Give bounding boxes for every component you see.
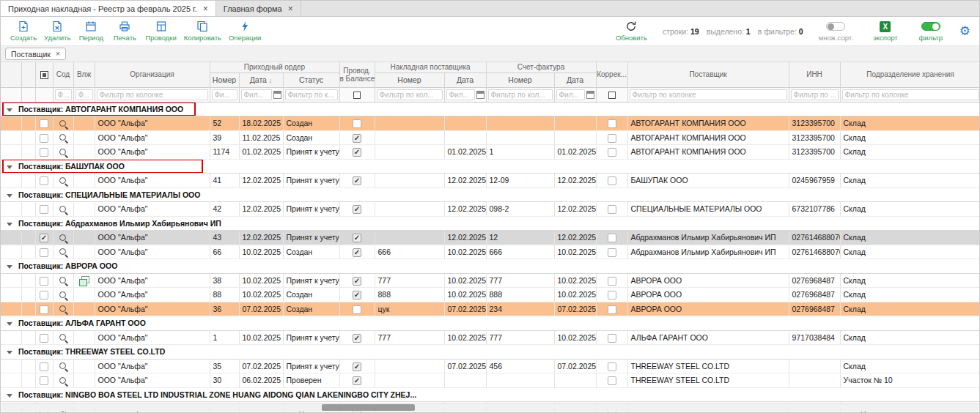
row-checkbox[interactable] <box>40 234 48 242</box>
postings-button[interactable]: Проводки <box>141 18 180 45</box>
header-invoice-date[interactable]: Дата <box>444 72 486 87</box>
export-button[interactable]: X экспорт <box>869 18 902 45</box>
invoice-row[interactable]: ООО "Альфа"3507.02.2025Принят к учету07.… <box>1 359 980 373</box>
balance-cell[interactable] <box>339 359 375 373</box>
print-button[interactable]: Печать <box>108 18 141 45</box>
delete-button[interactable]: Удалить <box>40 18 74 45</box>
balance-checkbox[interactable] <box>353 234 361 242</box>
row-select-cell[interactable] <box>35 359 53 373</box>
balance-checkbox[interactable] <box>353 305 361 314</box>
header-subdivision[interactable]: Подразделение хранения <box>840 62 980 87</box>
header-vlzh[interactable]: Влж <box>73 62 95 87</box>
correction-checkbox[interactable] <box>608 119 616 128</box>
search-icon[interactable] <box>59 291 68 300</box>
correction-filter-checkbox[interactable] <box>608 92 616 99</box>
balance-filter-checkbox[interactable] <box>353 92 361 99</box>
supplier-filter-chip[interactable]: Поставщик × <box>5 48 66 60</box>
correction-cell[interactable] <box>596 116 627 131</box>
row-select-cell[interactable] <box>35 330 53 345</box>
balance-cell[interactable] <box>339 288 375 302</box>
balance-cell[interactable] <box>339 245 375 259</box>
row-open-cell[interactable] <box>53 273 73 288</box>
group-cell[interactable]: Поставщик: АВРОРА ООО <box>1 259 980 274</box>
order-num-filter-input[interactable] <box>212 89 237 100</box>
supplier-group-row[interactable]: Поставщик: СПЕЦИАЛЬНЫЕ МАТЕРИАЛЫ ООО <box>1 187 980 202</box>
supplier-group-row[interactable]: Поставщик: БАШУПАК ООО <box>1 159 980 174</box>
correction-cell[interactable] <box>596 373 627 388</box>
header-facture-date[interactable]: Дата <box>554 72 596 87</box>
calendar-icon[interactable] <box>273 91 281 99</box>
group-cell[interactable]: Поставщик: THREEWAY STEEL CO.LTD <box>1 345 980 360</box>
operations-button[interactable]: Операции <box>225 18 265 45</box>
scrollbar-thumb[interactable] <box>322 404 415 411</box>
collapse-arrow-icon[interactable] <box>7 394 12 398</box>
header-balance[interactable]: Провод. в Балансе <box>339 62 375 87</box>
inn-filter-input[interactable] <box>791 89 839 100</box>
row-select-cell[interactable] <box>35 231 53 245</box>
header-order-num[interactable]: Номер <box>210 72 239 87</box>
collapse-arrow-icon[interactable] <box>7 223 12 226</box>
balance-checkbox[interactable] <box>353 334 361 343</box>
balance-checkbox[interactable] <box>353 362 361 371</box>
header-supplier[interactable]: Поставщик <box>627 62 789 87</box>
row-checkbox[interactable] <box>40 277 48 286</box>
search-icon[interactable] <box>59 305 68 314</box>
balance-cell[interactable] <box>339 273 375 288</box>
header-invoice-num[interactable]: Номер <box>375 72 444 87</box>
group-cell[interactable]: Поставщик: АЛЬФА ГАРАНТ ООО <box>1 316 980 331</box>
multisort-toggle-button[interactable]: множ.сорт. <box>815 18 857 45</box>
correction-cell[interactable] <box>596 302 627 316</box>
invoice-row[interactable]: ООО "Альфа"110.02.2025Принят к учету7771… <box>1 330 980 345</box>
search-icon[interactable] <box>59 376 68 386</box>
invoice-row[interactable]: ООО "Альфа"8810.02.2025Создан88810.02.20… <box>1 288 980 302</box>
row-open-cell[interactable] <box>53 202 73 217</box>
correction-cell[interactable] <box>596 130 627 145</box>
attachment-icon[interactable] <box>79 276 89 286</box>
search-icon[interactable] <box>59 148 68 157</box>
supplier-group-row[interactable]: Поставщик: АВРОРА ООО <box>1 259 980 274</box>
balance-checkbox[interactable] <box>353 176 361 185</box>
correction-checkbox[interactable] <box>608 334 616 343</box>
supplier-group-row[interactable]: Поставщик: THREEWAY STEEL CO.LTD <box>1 345 980 360</box>
search-icon[interactable] <box>59 362 68 371</box>
collapse-arrow-icon[interactable] <box>7 322 12 326</box>
supplier-group-row[interactable]: Поставщик: АВТОГАРАНТ КОМПАНИЯ ООО <box>1 102 980 116</box>
supplier-group-row[interactable]: Поставщик: АЛЬФА ГАРАНТ ООО <box>1 316 980 331</box>
sod-filter-input[interactable] <box>55 89 72 100</box>
multisort-toggle[interactable] <box>826 22 845 31</box>
search-icon[interactable] <box>59 234 68 243</box>
row-checkbox[interactable] <box>40 176 48 185</box>
row-select-cell[interactable] <box>35 202 53 217</box>
row-select-cell[interactable] <box>35 288 53 302</box>
correction-checkbox[interactable] <box>608 205 616 214</box>
row-open-cell[interactable] <box>53 302 73 316</box>
supplier-group-row[interactable]: Поставщик: NINGBO BOA STEEL LTD INDUSTRI… <box>1 387 980 402</box>
row-checkbox[interactable] <box>40 376 48 385</box>
balance-checkbox[interactable] <box>353 277 361 286</box>
correction-checkbox[interactable] <box>608 134 616 143</box>
row-select-cell[interactable] <box>35 373 53 388</box>
refresh-button[interactable]: Обновить <box>612 18 651 45</box>
correction-checkbox[interactable] <box>608 305 616 314</box>
balance-cell[interactable] <box>339 130 375 145</box>
chip-close-icon[interactable]: × <box>56 50 60 58</box>
collapse-arrow-icon[interactable] <box>7 108 12 112</box>
tab-close-icon[interactable]: × <box>288 4 293 13</box>
balance-cell[interactable] <box>339 116 375 131</box>
facture-date-filter-input[interactable] <box>556 89 585 100</box>
invoice-num-filter-input[interactable] <box>377 89 443 100</box>
order-date-filter-input[interactable] <box>241 89 272 100</box>
correction-checkbox[interactable] <box>608 376 616 385</box>
supplier-filter-input[interactable] <box>630 89 787 100</box>
correction-cell[interactable] <box>596 359 627 373</box>
row-open-cell[interactable] <box>53 145 73 160</box>
correction-checkbox[interactable] <box>608 248 616 257</box>
supplier-group-row[interactable]: Поставщик: Абдрахманов Ильмир Хабирьянов… <box>1 216 980 231</box>
correction-cell[interactable] <box>596 174 627 188</box>
correction-checkbox[interactable] <box>608 362 616 371</box>
row-select-cell[interactable] <box>35 302 53 316</box>
row-select-cell[interactable] <box>35 130 53 145</box>
settings-gear-icon[interactable]: ⚙ <box>959 25 970 37</box>
balance-cell[interactable] <box>339 145 375 160</box>
status-filter-input[interactable] <box>285 89 338 100</box>
